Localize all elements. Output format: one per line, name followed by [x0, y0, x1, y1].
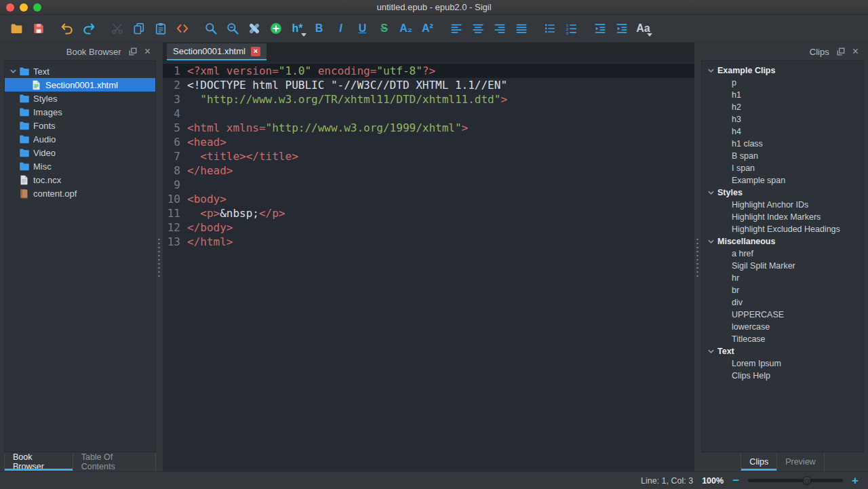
chevron-down-icon[interactable] — [8, 68, 18, 75]
clips-item-uppercase[interactable]: UPPERCASE — [702, 309, 863, 321]
bullet-list-button[interactable] — [540, 18, 559, 39]
tree-item-content-opf[interactable]: content.opf — [5, 187, 155, 200]
code-line-6[interactable]: 6<head> — [163, 135, 694, 149]
numbered-list-button[interactable]: 123 — [561, 18, 581, 39]
tab-clips[interactable]: Clips — [741, 452, 777, 471]
zoom-in-icon[interactable]: + — [852, 475, 859, 486]
code-line-11[interactable]: 11 <p>&nbsp;</p> — [163, 206, 694, 220]
zoom-slider-knob[interactable] — [802, 476, 811, 485]
code-line-3[interactable]: 3 "http://www.w3.org/TR/xhtml11/DTD/xhtm… — [163, 92, 694, 106]
tree-item-fonts[interactable]: Fonts — [5, 119, 155, 132]
find-button[interactable] — [201, 18, 220, 39]
close-window-button[interactable] — [6, 3, 14, 12]
clips-item-h1[interactable]: h1 — [702, 89, 863, 101]
chevron-down-icon[interactable] — [707, 67, 717, 75]
decrease-indent-button[interactable] — [590, 18, 610, 39]
paste-button[interactable] — [151, 18, 170, 39]
tree-item-misc[interactable]: Misc — [5, 159, 155, 173]
clips-item-lowercase[interactable]: lowercase — [702, 321, 863, 333]
clips-item-sigil-split-marker[interactable]: Sigil Split Marker — [702, 260, 863, 272]
insert-file-button[interactable] — [266, 18, 285, 39]
zoom-out-icon[interactable]: − — [732, 475, 739, 486]
zoom-out-button[interactable] — [222, 18, 242, 39]
tree-item-audio[interactable]: Audio — [5, 132, 155, 146]
clips-item-example-span[interactable]: Example span — [702, 174, 863, 187]
clips-item-clips-help[interactable]: Clips Help — [702, 370, 863, 382]
clips-item-a-href[interactable]: a href — [702, 248, 863, 260]
code-line-12[interactable]: 12</body> — [163, 220, 694, 235]
clips-item-example-clips[interactable]: Example Clips — [702, 64, 863, 77]
chevron-down-icon[interactable] — [707, 189, 717, 197]
clips-item-h3[interactable]: h3 — [702, 113, 863, 125]
clips-item-highlight-anchor-ids[interactable]: Highlight Anchor IDs — [702, 199, 863, 211]
tree-item-toc-ncx[interactable]: toc.ncx — [5, 173, 155, 187]
clips-item-div[interactable]: div — [702, 296, 863, 309]
chevron-down-icon[interactable] — [707, 238, 717, 246]
left-splitter[interactable] — [156, 43, 163, 471]
clips-item-styles[interactable]: Styles — [702, 187, 863, 199]
code-line-7[interactable]: 7 <title></title> — [163, 149, 694, 163]
code-line-1[interactable]: 1<?xml version="1.0" encoding="utf-8"?> — [163, 64, 694, 78]
code-line-9[interactable]: 9 — [163, 178, 694, 192]
fullscreen-window-button[interactable] — [33, 3, 41, 12]
tab-book-browser[interactable]: Book Browser — [4, 452, 73, 471]
tree-item-styles[interactable]: Styles — [5, 92, 155, 105]
code-line-2[interactable]: 2<!DOCTYPE html PUBLIC "-//W3C//DTD XHTM… — [163, 78, 694, 92]
clips-item-p[interactable]: p — [702, 77, 863, 89]
subscript-button[interactable]: A₂ — [396, 18, 416, 39]
zoom-slider[interactable] — [748, 479, 843, 482]
tree-item-images[interactable]: Images — [5, 105, 155, 119]
right-splitter[interactable] — [694, 43, 701, 471]
code-view-button[interactable] — [172, 18, 192, 39]
code-line-10[interactable]: 10<body> — [163, 192, 694, 206]
code-line-4[interactable]: 4 — [163, 106, 694, 121]
undo-button[interactable] — [57, 18, 77, 39]
clips-item-hr[interactable]: hr — [702, 272, 863, 284]
clips-item-text[interactable]: Text — [702, 345, 863, 357]
close-panel-icon[interactable]: × — [144, 46, 151, 57]
strikethrough-button[interactable]: S — [374, 18, 394, 39]
code-line-13[interactable]: 13</html> — [163, 235, 694, 249]
undock-icon[interactable] — [129, 47, 137, 56]
superscript-button[interactable]: A² — [418, 18, 437, 39]
clips-item-b-span[interactable]: B span — [702, 150, 863, 162]
mend-button[interactable] — [244, 18, 264, 39]
open-button[interactable] — [7, 18, 26, 39]
clips-item-miscellaneous[interactable]: Miscellaneous — [702, 235, 863, 248]
align-center-button[interactable] — [468, 18, 488, 39]
close-tab-icon[interactable]: × — [251, 47, 260, 56]
chevron-down-icon[interactable] — [707, 348, 717, 355]
heading-menu-button[interactable]: h* — [288, 18, 307, 39]
clips-item-lorem-ipsum[interactable]: Lorem Ipsum — [702, 357, 863, 370]
clips-item-i-span[interactable]: I span — [702, 162, 863, 174]
minimize-window-button[interactable] — [20, 3, 28, 12]
editor-tab-section0001[interactable]: Section0001.xhtml × — [167, 43, 267, 60]
clips-item-h2[interactable]: h2 — [702, 101, 863, 113]
italic-button[interactable]: I — [331, 18, 351, 39]
increase-indent-button[interactable] — [612, 18, 631, 39]
align-right-button[interactable] — [490, 18, 509, 39]
clips-item-titlecase[interactable]: Titlecase — [702, 333, 863, 345]
clips-item-h4[interactable]: h4 — [702, 125, 863, 138]
tab-preview[interactable]: Preview — [777, 452, 824, 471]
clips-item-highlight-excluded-headings[interactable]: Highlight Excluded Headings — [702, 223, 863, 235]
align-justify-button[interactable] — [511, 18, 531, 39]
close-panel-icon[interactable]: × — [852, 46, 859, 57]
bold-button[interactable]: B — [309, 18, 329, 39]
clips-item-br[interactable]: br — [702, 284, 863, 296]
casing-menu-button[interactable]: Aa — [633, 18, 653, 39]
tree-item-video[interactable]: Video — [5, 146, 155, 159]
code-editor[interactable]: 1<?xml version="1.0" encoding="utf-8"?>2… — [163, 61, 694, 471]
undock-icon[interactable] — [837, 47, 845, 56]
tree-item-text[interactable]: Text — [5, 64, 155, 78]
redo-button[interactable] — [79, 18, 98, 39]
underline-button[interactable]: U — [353, 18, 372, 39]
clips-item-h1-class[interactable]: h1 class — [702, 138, 863, 150]
copy-button[interactable] — [129, 18, 149, 39]
tab-table-of-contents[interactable]: Table Of Contents — [73, 452, 156, 471]
align-left-button[interactable] — [446, 18, 466, 39]
code-line-8[interactable]: 8</head> — [163, 163, 694, 178]
save-button[interactable] — [28, 18, 48, 39]
cut-button[interactable] — [107, 18, 127, 39]
tree-item-section0001-xhtml[interactable]: Section0001.xhtml — [5, 78, 155, 92]
